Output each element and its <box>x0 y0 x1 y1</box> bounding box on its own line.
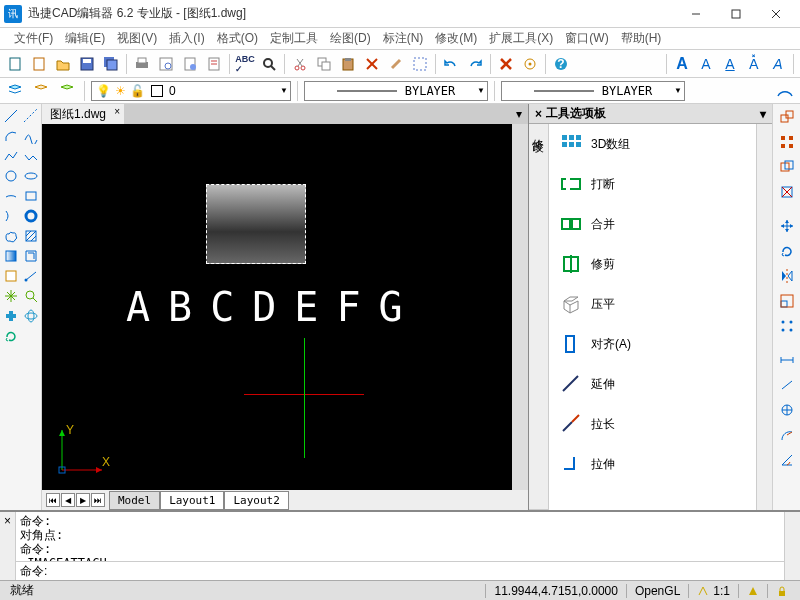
palette-item-trim[interactable]: 修剪 <box>549 244 756 284</box>
drawing-canvas[interactable]: ABCDEFG Y X <box>42 124 528 490</box>
orbit-icon[interactable] <box>21 306 41 326</box>
entity-snap-icon[interactable] <box>519 53 541 75</box>
status-lock[interactable] <box>767 584 796 598</box>
palette-header[interactable]: × 工具选项板 ▾ <box>529 104 772 124</box>
palette-close-icon[interactable]: × <box>535 107 542 121</box>
palette-item-flatten[interactable]: 压平 <box>549 284 756 324</box>
menu-extend[interactable]: 扩展工具(X) <box>483 28 559 49</box>
layer-combo[interactable]: 💡 ☀ 🔓 0 ▼ <box>91 81 291 101</box>
palette-item-join[interactable]: 合并 <box>549 204 756 244</box>
ray-icon[interactable] <box>21 266 41 286</box>
boundary-icon[interactable] <box>21 246 41 266</box>
arc-icon[interactable] <box>1 126 21 146</box>
tabs-menu-icon[interactable]: ▾ <box>510 107 528 121</box>
layout-tab-model[interactable]: Model <box>109 491 160 510</box>
linetype-combo-2[interactable]: BYLAYER ▼ <box>501 81 685 101</box>
command-input[interactable]: 命令: <box>16 562 784 580</box>
close-icon[interactable]: × <box>114 106 120 117</box>
maximize-button[interactable] <box>716 2 756 26</box>
palette-item-align[interactable]: 对齐(A) <box>549 324 756 364</box>
minimize-button[interactable] <box>676 2 716 26</box>
layer-manager-icon[interactable] <box>4 80 26 102</box>
menu-window[interactable]: 窗口(W) <box>559 28 614 49</box>
palette-menu-icon[interactable]: ▾ <box>760 107 766 121</box>
help-icon[interactable]: ? <box>550 53 572 75</box>
matchprop-icon[interactable] <box>385 53 407 75</box>
dim-aligned-icon[interactable] <box>776 374 798 396</box>
scale-icon[interactable] <box>776 290 798 312</box>
palette-item-extend[interactable]: 延伸 <box>549 364 756 404</box>
status-annovis[interactable] <box>738 584 767 598</box>
selectall-icon[interactable] <box>409 53 431 75</box>
polyline3d-icon[interactable] <box>21 146 41 166</box>
redo-icon[interactable] <box>464 53 486 75</box>
points-icon[interactable] <box>776 315 798 337</box>
ellipse-arc-icon[interactable] <box>1 186 21 206</box>
palette-item-lengthen[interactable]: 拉长 <box>549 404 756 444</box>
palette-item-stretch[interactable]: 拉伸 <box>549 444 756 484</box>
paste-icon[interactable] <box>337 53 359 75</box>
xline-icon[interactable] <box>21 106 41 126</box>
linetype-combo-1[interactable]: BYLAYER ▼ <box>304 81 488 101</box>
wipeout-icon[interactable] <box>1 266 21 286</box>
layout-tab-1[interactable]: Layout1 <box>160 491 224 510</box>
array-icon[interactable] <box>776 131 798 153</box>
open-icon[interactable] <box>52 53 74 75</box>
menu-view[interactable]: 视图(V) <box>111 28 163 49</box>
line-icon[interactable] <box>1 106 21 126</box>
menu-dimension[interactable]: 标注(N) <box>377 28 430 49</box>
undo-icon[interactable] <box>440 53 462 75</box>
pan-rt-icon[interactable] <box>1 306 21 326</box>
ellipse-icon[interactable] <box>21 166 41 186</box>
print-preview-icon[interactable] <box>155 53 177 75</box>
palette-item-break[interactable]: 打断 <box>549 164 756 204</box>
cmd-close-icon[interactable]: × <box>0 512 16 580</box>
dim-linear-icon[interactable] <box>776 349 798 371</box>
menu-insert[interactable]: 插入(I) <box>163 28 210 49</box>
tab-next-icon[interactable]: ▶ <box>76 493 90 507</box>
find-icon[interactable] <box>258 53 280 75</box>
entity-delete-icon[interactable] <box>495 53 517 75</box>
hatch-icon[interactable] <box>21 226 41 246</box>
menu-custom-tools[interactable]: 定制工具 <box>264 28 324 49</box>
revcloud-icon[interactable] <box>1 226 21 246</box>
delete-icon[interactable] <box>361 53 383 75</box>
move-icon[interactable] <box>776 215 798 237</box>
text-annotate-icon[interactable]: A̽ <box>743 53 765 75</box>
erase-icon[interactable] <box>776 181 798 203</box>
text-style-a-icon[interactable]: A <box>671 53 693 75</box>
tab-prev-icon[interactable]: ◀ <box>61 493 75 507</box>
rotate-icon[interactable] <box>776 240 798 262</box>
menu-draw[interactable]: 绘图(D) <box>324 28 377 49</box>
tab-last-icon[interactable]: ⏭ <box>91 493 105 507</box>
new-dwg-icon[interactable] <box>28 53 50 75</box>
close-button[interactable] <box>756 2 796 26</box>
dim-radius-icon[interactable] <box>776 424 798 446</box>
circle-icon[interactable] <box>1 166 21 186</box>
canvas-scroll-v[interactable] <box>512 124 528 490</box>
status-annoscale[interactable]: 1:1 <box>688 584 738 598</box>
menu-format[interactable]: 格式(O) <box>211 28 264 49</box>
dim-angular-icon[interactable] <box>776 449 798 471</box>
canvas-text[interactable]: ABCDEFG <box>126 284 421 330</box>
side-tab-modify[interactable]: 修改 <box>529 124 548 510</box>
copy-obj-icon[interactable] <box>776 106 798 128</box>
zoom-icon[interactable] <box>21 286 41 306</box>
layout-tab-2[interactable]: Layout2 <box>224 491 288 510</box>
dim-center-icon[interactable] <box>776 399 798 421</box>
page-setup-icon[interactable] <box>179 53 201 75</box>
save-icon[interactable] <box>76 53 98 75</box>
polyline-icon[interactable] <box>1 146 21 166</box>
rectangle-icon[interactable] <box>21 186 41 206</box>
command-history[interactable]: 命令: 对角点: 命令: _IMAGEATTACH <box>16 512 784 562</box>
offset-icon[interactable] <box>776 156 798 178</box>
cmd-scrollbar[interactable] <box>784 512 800 580</box>
spellcheck-icon[interactable]: ABC✓ <box>234 53 256 75</box>
menu-edit[interactable]: 编辑(E) <box>59 28 111 49</box>
attached-image[interactable] <box>206 184 306 264</box>
tab-first-icon[interactable]: ⏮ <box>46 493 60 507</box>
text-underline-icon[interactable]: A <box>719 53 741 75</box>
layer-states-icon[interactable] <box>56 80 78 102</box>
audit-icon[interactable] <box>203 53 225 75</box>
donut-icon[interactable] <box>21 206 41 226</box>
